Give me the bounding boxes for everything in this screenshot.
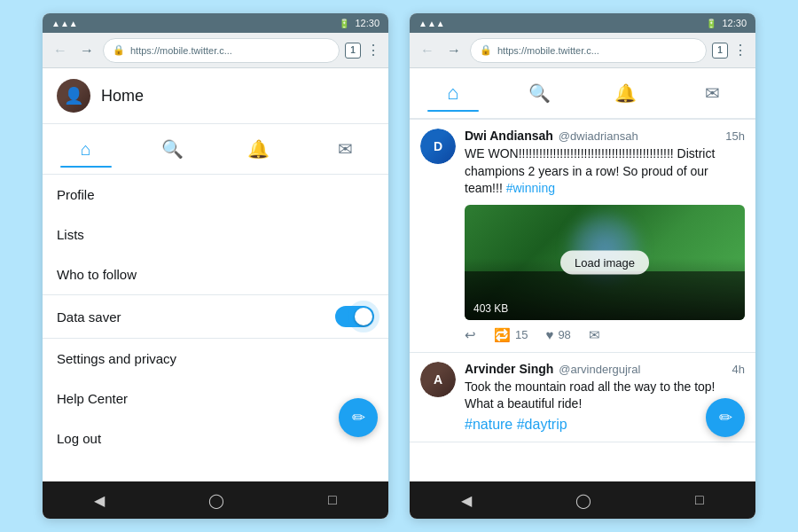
avatar-left: 👤 [57,79,90,113]
android-recents-right[interactable]: □ [695,492,704,508]
compose-fab-right[interactable]: ✏ [706,398,745,437]
tweet1-image: Load image 403 KB [465,205,745,320]
tab-count-right[interactable]: 1 [712,43,728,59]
url-text-left: https://mobile.twitter.c... [130,45,330,56]
nav-bell-right[interactable]: 🔔 [583,75,669,111]
menu-help[interactable]: Help Center [43,379,388,419]
nav-search-right[interactable]: 🔍 [497,75,583,111]
nav-home-left[interactable]: ⌂ [43,131,129,167]
compose-fab-left[interactable]: ✏ [339,398,378,437]
battery-icon-right: 🔋 [706,19,716,28]
tweet1-body: Dwi Andiansah @dwiadriansah 15h WE WON!!… [465,129,745,343]
nav-bar-right: ◀ ◯ □ [410,481,755,519]
menu-who-to-follow[interactable]: Who to follow [43,254,388,294]
forward-button-right[interactable]: → [443,41,465,60]
tweet-feed: D Dwi Andiansah @dwiadriansah 15h WE WON… [410,120,755,481]
tweet2-header: Arvinder Singh @arvindergujral 4h [465,362,745,376]
lock-icon-right: 🔒 [480,44,492,56]
menu-section-1: Profile Lists Who to follow [43,175,388,295]
tweet2-time: 4h [732,363,745,376]
bell-icon-left: 🔔 [247,138,270,160]
data-saver-label: Data saver [57,309,121,325]
url-bar-left[interactable]: 🔒 https://mobile.twitter.c... [103,38,340,63]
toggle-knob [355,308,372,325]
nav-home-right[interactable]: ⌂ [410,75,497,111]
tweet1-text: WE WON!!!!!!!!!!!!!!!!!!!!!!!!!!!!!!!!!!… [465,145,745,198]
browser-bar-right: ← → 🔒 https://mobile.twitter.c... 1 ⋮ [410,33,755,68]
retweet-icon: 🔁 [494,327,511,343]
left-content: 👤 Home ⌂ 🔍 🔔 ✉ Profile Lists Who to foll… [43,68,388,481]
tweet-2: A Arvinder Singh @arvindergujral 4h Took… [410,353,755,442]
tweet2-handle: @arvindergujral [559,363,640,376]
android-home-right[interactable]: ◯ [575,492,591,509]
tweet1-name: Dwi Andiansah [465,129,553,143]
load-image-button[interactable]: Load image [560,250,649,274]
nav-icons-left: ⌂ 🔍 🔔 ✉ [43,124,388,175]
like-count: 98 [558,328,570,341]
back-button-right[interactable]: ← [417,41,438,60]
menu-profile[interactable]: Profile [43,175,388,215]
nav-mail-right[interactable]: ✉ [669,75,756,111]
android-back-right[interactable]: ◀ [461,492,472,509]
compose-icon-right: ✏ [719,408,732,427]
menu-dots-left[interactable]: ⋮ [366,42,381,59]
forward-button-left[interactable]: → [76,41,98,60]
back-button-left[interactable]: ← [50,41,71,60]
signal-icon: ▲▲▲ [51,19,78,28]
tweet2-text: Took the mountain road all the way to th… [465,379,745,413]
tweet1-handle: @dwiadriansah [559,129,638,143]
menu-dots-right[interactable]: ⋮ [733,42,748,59]
status-time-right: 12:30 [722,18,747,28]
battery-icon: 🔋 [339,19,349,28]
android-recents-left[interactable]: □ [328,492,337,508]
signal-icon-right: ▲▲▲ [419,19,445,28]
image-size-label: 403 KB [473,302,508,315]
mail-icon-left: ✉ [338,138,353,160]
tweet2-avatar: A [420,362,456,397]
tweet1-hashtag[interactable]: #winning [506,181,555,195]
retweet-action[interactable]: 🔁 15 [494,327,528,343]
android-back-left[interactable]: ◀ [94,492,105,509]
menu-logout[interactable]: Log out [43,419,388,458]
phone-right: ▲▲▲ 🔋 12:30 ← → 🔒 https://mobile.twitter… [410,13,755,519]
bell-icon-right: 🔔 [614,82,637,104]
reply-action[interactable]: ↩ [465,327,476,343]
tweet1-avatar: D [420,129,456,164]
tweet-1: D Dwi Andiansah @dwiadriansah 15h WE WON… [410,120,755,353]
like-icon: ♥ [545,327,553,342]
url-text-right: https://mobile.twitter.c... [497,45,697,56]
home-icon-left: ⌂ [81,139,91,160]
status-bar-right: ▲▲▲ 🔋 12:30 [410,13,755,33]
browser-bar-left: ← → 🔒 https://mobile.twitter.c... 1 ⋮ [43,33,388,68]
status-time-left: 12:30 [355,18,379,28]
compose-icon-left: ✏ [352,408,365,427]
status-bar-left: ▲▲▲ 🔋 12:30 [43,13,388,33]
nav-bell-left[interactable]: 🔔 [215,131,302,167]
nav-bar-left: ◀ ◯ □ [43,481,388,519]
share-action[interactable]: ✉ [589,327,600,343]
nav-search-left[interactable]: 🔍 [129,131,216,167]
tweet1-header: Dwi Andiansah @dwiadriansah 15h [465,129,745,143]
menu-lists[interactable]: Lists [43,215,388,254]
nav-mail-left[interactable]: ✉ [302,131,389,167]
tweet1-time: 15h [725,129,745,143]
phone-left: ▲▲▲ 🔋 12:30 ← → 🔒 https://mobile.twitter… [43,13,388,519]
android-home-left[interactable]: ◯ [208,492,224,509]
nav-icons-right: ⌂ 🔍 🔔 ✉ [410,68,755,120]
menu-section-2: Settings and privacy Help Center Log out [43,339,388,458]
search-icon-left: 🔍 [161,138,184,160]
home-title: Home [101,87,144,106]
reply-icon: ↩ [465,327,476,343]
menu-settings[interactable]: Settings and privacy [43,339,388,379]
tweet2-hashtags[interactable]: #nature #daytrip [465,417,567,432]
lock-icon-left: 🔒 [113,44,125,56]
twitter-header-left: 👤 Home [43,68,388,124]
data-saver-toggle[interactable] [335,306,374,327]
tab-count-left[interactable]: 1 [345,43,361,59]
mail-icon-right: ✉ [705,82,720,104]
url-bar-right[interactable]: 🔒 https://mobile.twitter.c... [470,38,707,63]
like-action[interactable]: ♥ 98 [545,327,570,342]
retweet-count: 15 [515,328,528,341]
tweet1-actions: ↩ 🔁 15 ♥ 98 ✉ [465,327,745,343]
home-icon-right: ⌂ [447,82,458,105]
